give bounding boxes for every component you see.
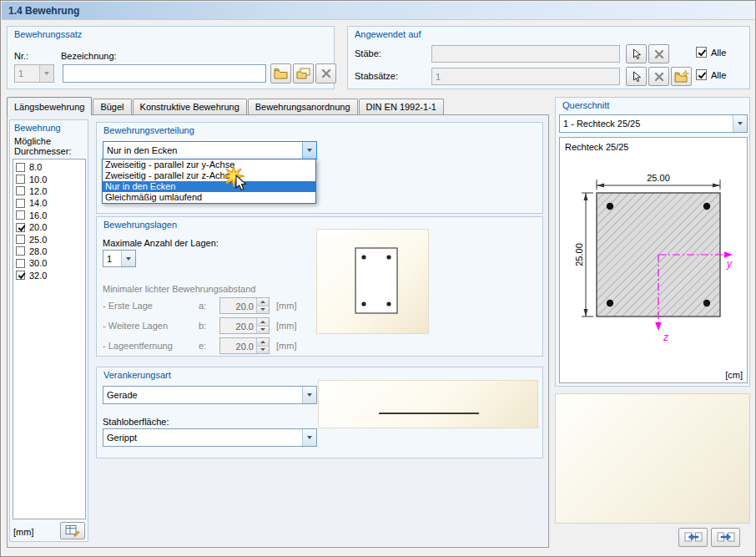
diameter-checkbox[interactable] [16, 186, 25, 195]
diameter-checkbox[interactable] [16, 199, 25, 208]
chevron-down-icon[interactable] [302, 429, 316, 446]
verankerung-select[interactable]: Gerade [103, 386, 317, 404]
satz-nr-value: 1 [15, 65, 39, 82]
spin-up-icon[interactable] [257, 338, 269, 347]
rebar-dot [607, 300, 613, 306]
tab-din-en-1992-1-1[interactable]: DIN EN 1992-1-1 [359, 99, 444, 114]
checkbox-box[interactable] [696, 69, 707, 80]
diameter-checkbox[interactable] [16, 175, 25, 184]
spin-up-icon[interactable] [257, 298, 269, 306]
spin-down-icon[interactable] [257, 347, 269, 354]
tab-bewehrungsanordnung[interactable]: Bewehrungsanordnung [248, 99, 358, 114]
diameter-checkbox[interactable] [16, 259, 25, 268]
cross-section-drawing: Rechteck 25/25 25.00 [559, 137, 748, 383]
tab-laengsbewehrung[interactable]: Längsbewehrung [7, 97, 92, 115]
max-lagen-select[interactable]: 1 [103, 250, 136, 267]
chevron-down-icon[interactable] [39, 65, 53, 82]
chevron-down-icon[interactable] [302, 387, 316, 403]
diameter-list[interactable]: 8.0 10.0 12.0 14.0 16.0 20.0 25.0 28.0 3… [13, 159, 86, 519]
spin-down-icon[interactable] [257, 306, 269, 314]
diameter-row[interactable]: 10.0 [13, 173, 85, 185]
diameter-row[interactable]: 28.0 [13, 246, 85, 257]
diameter-row[interactable]: 14.0 [13, 197, 85, 209]
diameter-label: 25.0 [29, 235, 47, 245]
rebar-dot [361, 255, 365, 259]
verteilung-value: Nur in den Ecken [103, 142, 302, 159]
bewehrungssatz-group-title: Bewehrungssatz [14, 29, 82, 39]
spinner-buttons[interactable] [256, 298, 269, 313]
copy-parameters-to-button[interactable] [711, 528, 740, 547]
diameter-label: 32.0 [29, 271, 47, 281]
alle-staebe-checkbox[interactable]: Alle [696, 47, 726, 58]
checkbox-box[interactable] [696, 47, 707, 58]
verteilung-option[interactable]: Zweiseitig - parallel zur z-Achse [103, 170, 315, 181]
pick-stabsaetze-button[interactable] [626, 67, 647, 86]
spin-down-icon[interactable] [257, 327, 269, 334]
diameter-row[interactable]: 32.0 [13, 270, 85, 281]
verteilung-option[interactable]: Zweiseitig - parallel zur y-Achse [103, 160, 315, 170]
spinner-buttons[interactable] [256, 318, 269, 333]
pick-staebe-button[interactable] [626, 44, 647, 63]
tab-label: Bügel [100, 102, 123, 112]
spin-up-icon[interactable] [257, 318, 269, 327]
spinner-buttons[interactable] [256, 338, 269, 353]
spinner-value: 20.0 [220, 318, 256, 333]
verankerung-value: Gerade [103, 387, 302, 403]
querschnitt-select[interactable]: 1 - Rechteck 25/25 [559, 114, 748, 133]
straight-anchorage-line [379, 413, 479, 414]
diameter-checkbox[interactable] [16, 235, 25, 244]
diameter-row[interactable]: 25.0 [13, 233, 85, 245]
staebe-input[interactable] [431, 45, 620, 63]
diameter-label: 30.0 [29, 258, 47, 268]
diameter-checkbox[interactable] [16, 210, 25, 220]
tab-konstruktive-bewehrung[interactable]: Konstruktive Bewehrung [133, 99, 247, 114]
diameter-checkbox[interactable] [16, 223, 25, 232]
diameter-row[interactable]: 8.0 [13, 161, 85, 173]
info-panel [555, 393, 750, 524]
diameter-checkbox[interactable] [16, 163, 25, 172]
satz-nr-select[interactable]: 1 [14, 64, 54, 83]
new-set-button[interactable] [270, 63, 291, 84]
diameter-row[interactable]: 12.0 [13, 185, 85, 197]
querschnitt-value: 1 - Rechteck 25/25 [560, 115, 733, 132]
rebar-dot [703, 203, 710, 210]
new-stabsatz-button[interactable] [671, 67, 692, 86]
diameter-row[interactable]: 30.0 [13, 257, 85, 269]
verteilung-option[interactable]: Gleichmäßig umlaufend [103, 192, 315, 203]
chevron-down-icon[interactable] [121, 251, 135, 266]
diameter-row[interactable]: 20.0 [13, 221, 85, 233]
lageentfernung-label: - Lageentfernung [103, 341, 173, 351]
bezeichnung-input[interactable] [63, 64, 266, 83]
diameter-settings-button[interactable] [60, 522, 85, 539]
erste-lage-spinner[interactable]: 20.0 [219, 297, 270, 314]
diameter-row[interactable]: 16.0 [13, 210, 85, 221]
staebe-label: Stäbe: [355, 48, 381, 58]
layers-preview-svg [317, 230, 430, 335]
weitere-lagen-spinner[interactable]: 20.0 [219, 317, 270, 334]
copy-parameters-from-button[interactable] [678, 528, 708, 547]
delete-set-button[interactable] [315, 63, 336, 84]
diameter-label: 8.0 [29, 162, 42, 172]
delete-stabsaetze-button[interactable] [648, 67, 669, 86]
mouse-click-indicator [222, 165, 255, 198]
delete-staebe-button[interactable] [648, 44, 669, 63]
verankerung-group-title: Verankerungsart [103, 370, 171, 380]
lageentfernung-unit: [mm] [276, 341, 296, 351]
alle-stabsaetze-checkbox[interactable]: Alle [696, 69, 726, 80]
chevron-down-icon[interactable] [302, 142, 316, 159]
spinner-value: 20.0 [220, 298, 256, 313]
chevron-down-icon[interactable] [733, 115, 747, 132]
tab-buegel[interactable]: Bügel [93, 99, 131, 114]
tab-label: Konstruktive Bewehrung [140, 102, 239, 112]
stabsaetze-input[interactable] [431, 68, 620, 85]
new-folder-icon [674, 70, 689, 83]
copy-set-button[interactable] [293, 63, 314, 84]
lageentfernung-spinner[interactable]: 20.0 [219, 337, 270, 354]
erste-lage-label: - Erste Lage [103, 301, 153, 311]
verteilung-option[interactable]: Nur in den Ecken [103, 181, 315, 192]
tab-label: Bewehrungsanordnung [255, 102, 350, 112]
diameter-checkbox[interactable] [16, 246, 25, 256]
verteilung-select[interactable]: Nur in den Ecken [103, 141, 317, 160]
diameter-checkbox[interactable] [16, 271, 25, 280]
stahloberflaeche-select[interactable]: Gerippt [103, 428, 317, 447]
